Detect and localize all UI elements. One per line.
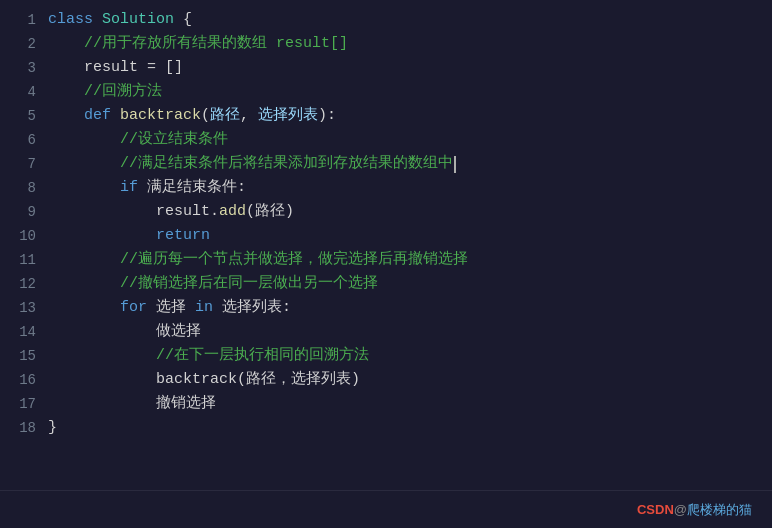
footer: CSDN @ 爬楼梯的猫: [0, 490, 772, 528]
code-line: result = []: [48, 56, 772, 80]
line-number: 12: [19, 272, 36, 296]
code-token-comment: //用于存放所有结果的数组 result[]: [48, 32, 348, 56]
code-token-plain: (: [201, 104, 210, 128]
code-line: class Solution {: [48, 8, 772, 32]
line-number: 10: [19, 224, 36, 248]
code-token-comment: //撤销选择后在同一层做出另一个选择: [48, 272, 378, 296]
code-token-fn: backtrack: [120, 104, 201, 128]
line-number: 4: [28, 80, 36, 104]
code-line: }: [48, 416, 772, 440]
line-number: 15: [19, 344, 36, 368]
code-line: //用于存放所有结果的数组 result[]: [48, 32, 772, 56]
code-line: //在下一层执行相同的回溯方法: [48, 344, 772, 368]
code-token-plain: }: [48, 416, 57, 440]
code-line: result.add(路径): [48, 200, 772, 224]
code-token-plain: 满足结束条件:: [147, 176, 246, 200]
code-line: for 选择 in 选择列表:: [48, 296, 772, 320]
code-token-kw: for: [48, 296, 156, 320]
line-number: 8: [28, 176, 36, 200]
line-numbers: 123456789101112131415161718: [0, 8, 48, 482]
line-number: 2: [28, 32, 36, 56]
code-token-plain: result.: [48, 200, 219, 224]
code-token-comment: //满足结束条件后将结果添加到存放结果的数组中: [48, 152, 453, 176]
code-token-comment: //遍历每一个节点并做选择，做完选择后再撤销选择: [48, 248, 468, 272]
code-line: if 满足结束条件:: [48, 176, 772, 200]
line-number: 1: [28, 8, 36, 32]
code-line: //撤销选择后在同一层做出另一个选择: [48, 272, 772, 296]
line-number: 17: [19, 392, 36, 416]
code-token-plain: 选择: [156, 296, 195, 320]
code-token-comment: //设立结束条件: [48, 128, 228, 152]
footer-brand: CSDN: [637, 502, 674, 517]
code-token-plain: 选择列表:: [222, 296, 291, 320]
code-token-plain: result = []: [48, 56, 183, 80]
code-line: backtrack(路径，选择列表): [48, 368, 772, 392]
code-area: 123456789101112131415161718 class Soluti…: [0, 0, 772, 490]
line-number: 7: [28, 152, 36, 176]
code-line: 做选择: [48, 320, 772, 344]
line-number: 9: [28, 200, 36, 224]
code-token-kw: return: [48, 224, 210, 248]
code-token-kw: def: [48, 104, 120, 128]
code-token-param: 选择列表: [258, 104, 318, 128]
code-token-kw: class: [48, 8, 102, 32]
code-line: return: [48, 224, 772, 248]
code-token-comment: //在下一层执行相同的回溯方法: [48, 344, 369, 368]
code-token-plain: ,: [240, 104, 258, 128]
line-number: 5: [28, 104, 36, 128]
code-token-comment: //回溯方法: [48, 80, 162, 104]
code-token-kw: in: [195, 296, 222, 320]
line-number: 3: [28, 56, 36, 80]
code-line: //遍历每一个节点并做选择，做完选择后再撤销选择: [48, 248, 772, 272]
line-number: 14: [19, 320, 36, 344]
code-token-plain: {: [174, 8, 192, 32]
code-token-param: 路径: [210, 104, 240, 128]
code-line: //满足结束条件后将结果添加到存放结果的数组中: [48, 152, 772, 176]
code-token-kw: if: [48, 176, 147, 200]
line-number: 11: [19, 248, 36, 272]
code-token-plain: backtrack(路径，选择列表): [48, 368, 360, 392]
code-token-fn: add: [219, 200, 246, 224]
line-number: 18: [19, 416, 36, 440]
code-token-plain: (路径): [246, 200, 294, 224]
footer-user: 爬楼梯的猫: [687, 501, 752, 519]
code-token-plain: 做选择: [48, 320, 201, 344]
line-number: 16: [19, 368, 36, 392]
code-line: 撤销选择: [48, 392, 772, 416]
line-number: 6: [28, 128, 36, 152]
code-line: def backtrack(路径, 选择列表):: [48, 104, 772, 128]
code-token-plain: ):: [318, 104, 336, 128]
code-line: //设立结束条件: [48, 128, 772, 152]
footer-separator: @: [674, 502, 687, 517]
text-cursor: [454, 156, 456, 173]
code-token-cls: Solution: [102, 8, 174, 32]
code-line: //回溯方法: [48, 80, 772, 104]
code-container: 123456789101112131415161718 class Soluti…: [0, 0, 772, 490]
code-token-plain: 撤销选择: [48, 392, 216, 416]
line-number: 13: [19, 296, 36, 320]
code-lines: class Solution { //用于存放所有结果的数组 result[] …: [48, 8, 772, 482]
